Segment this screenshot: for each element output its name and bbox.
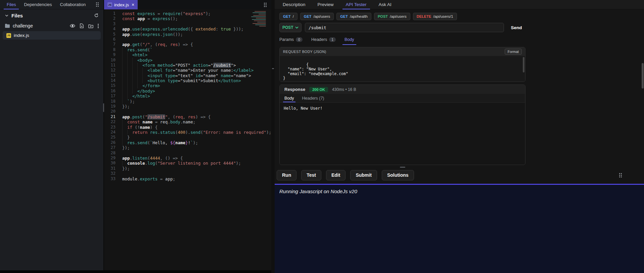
url-input[interactable]: /submit [305,23,504,32]
tab-api-tester[interactable]: API Tester [346,0,367,9]
sidebar-tab-files[interactable]: Files [7,0,16,9]
code-line[interactable]: 11<form method="POST" action="/submit"> [104,63,271,68]
code-line[interactable]: 33module.exports = app; [104,176,271,181]
code-area[interactable]: 1const express = require("express");2con… [104,9,271,270]
drag-handle-icon[interactable] [264,3,267,7]
code-line[interactable]: 30console.log("Server listening on port … [104,161,271,166]
code-line[interactable]: 15</form> [104,83,271,88]
request-tab-body[interactable]: Body [344,36,354,44]
sidebar-tab-dependencies[interactable]: Dependencies [24,0,52,9]
status-badge: 200 OK [309,87,328,92]
test-button[interactable]: Test [301,170,321,180]
code-line[interactable]: 5app.use(express.json()); [104,32,271,37]
format-button[interactable]: Format [505,49,522,55]
close-tab-icon[interactable]: × [132,2,134,7]
code-line[interactable]: 20 [104,109,271,114]
url-input-value: /submit [309,25,326,30]
code-line[interactable]: 3 [104,21,271,26]
code-line[interactable]: 7app.get("/", (req, res) => { [104,42,271,47]
code-line[interactable]: 4app.use(express.urlencoded({ extended: … [104,26,271,32]
file-row-indexjs[interactable]: JS index.js [3,31,101,40]
minimap[interactable] [250,11,266,26]
tab-description[interactable]: Description [283,0,306,9]
scrollbar-thumb[interactable] [642,63,644,89]
line-content: if (!name) { [116,125,157,130]
endpoint-chip-delete-api-users-1[interactable]: DELETE/api/users/1 [413,13,457,20]
endpoint-method: GET [304,14,312,18]
response-meta: 430ms • 16 B [332,87,356,92]
code-line[interactable]: 22const name = req.body.name; [104,119,271,124]
indent-guide [122,125,127,130]
request-tab-headers[interactable]: Headers1 [311,36,336,44]
endpoint-path: /api/users [390,14,407,18]
code-line[interactable]: 24return res.status(400).send("Error: na… [104,130,271,135]
send-button[interactable]: Send [507,23,525,32]
solutions-button[interactable]: Solutions [382,170,414,180]
endpoint-chip-post-api-users[interactable]: POST/api/users [374,13,410,20]
code-line[interactable]: 9<html> [104,52,271,57]
submit-button[interactable]: Submit [350,170,377,180]
editor-tab-indexjs[interactable]: JS index.js × [104,0,138,9]
code-line[interactable]: 14<button type="submit">Submit</button> [104,78,271,83]
edit-button[interactable]: Edit [326,170,346,180]
code-line[interactable]: 17</html> [104,94,271,99]
code-line[interactable]: 21app.post("/submit", (req, res) => { [104,114,271,119]
kebab-menu-icon[interactable] [98,24,99,28]
code-line[interactable]: 32 [104,171,271,176]
response-tab-body[interactable]: Body [284,94,294,102]
endpoint-chip-get-api-health[interactable]: GET/api/health [336,13,371,20]
new-folder-icon[interactable] [88,24,93,28]
indent-guide [122,161,127,166]
code-line[interactable]: 1const express = require("express"); [104,11,271,16]
code-line[interactable]: 26res.send(`Hello, ${name}!`); [104,140,271,145]
line-number: 9 [104,52,116,57]
response-panel: Response 200 OK 430ms • 16 B BodyHeaders… [279,85,525,165]
code-line[interactable]: 29app.listen(4444, () => { [104,156,271,161]
eye-icon[interactable] [70,24,75,28]
tab-ask-ai[interactable]: Ask AI [379,0,392,9]
sidebar-tab-collaboration[interactable]: Collaboration [60,0,86,9]
new-file-icon[interactable] [80,23,84,28]
endpoint-chip-get-[interactable]: GET/ [279,13,297,20]
code-line[interactable]: 16</body> [104,89,271,94]
code-line[interactable]: 13<input type="text" id="name" name="nam… [104,73,271,78]
code-line[interactable]: 2const app = express(); [104,16,271,21]
code-line[interactable]: 28 [104,151,271,156]
endpoint-chip-get-api-users[interactable]: GET/api/users [300,13,334,20]
code-line[interactable]: 31}); [104,166,271,171]
line-number: 31 [104,166,116,171]
code-line[interactable]: 10<body> [104,58,271,63]
code-line[interactable]: 23if (!name) { [104,125,271,130]
tab-preview[interactable]: Preview [318,0,334,9]
chevron-down-icon[interactable] [5,13,9,17]
method-select[interactable]: POST [279,23,302,32]
code-line[interactable]: 18`); [104,99,271,104]
scrollbar-thumb[interactable] [523,57,524,72]
indent-guide [122,119,127,124]
code-line[interactable]: 19}); [104,104,271,109]
right-panel-tabbar: DescriptionPreviewAPI TesterAsk AI [275,0,644,9]
code-line[interactable]: 12<label for="name">Enter your name:</la… [104,68,271,73]
request-tab-params[interactable]: Params0 [279,36,303,44]
panel-resize-handle[interactable] [272,68,274,69]
run-button[interactable]: Run [277,170,296,180]
code-line[interactable]: 8res.send(` [104,47,271,52]
code-line[interactable]: 27}); [104,145,271,150]
line-number: 14 [104,78,116,83]
splitter-drag-handle[interactable] [400,167,405,168]
drag-handle-icon[interactable] [96,2,99,7]
line-number: 26 [104,140,116,145]
request-body-panel: REQUEST BODY (JSON) Format { "name": "Ne… [279,47,525,82]
code-line[interactable]: 25} [104,135,271,140]
drag-handle-icon[interactable] [619,173,622,177]
response-tab-headers-7-[interactable]: Headers (7) [302,94,324,102]
line-content: <button type="submit">Submit</button> [116,78,241,83]
indent-guide [122,89,137,94]
line-number: 22 [104,119,116,124]
code-line[interactable]: 6 [104,37,271,42]
request-body-editor[interactable]: { "name": "New User", "email": "new@exam… [280,56,525,81]
folder-row-challenge[interactable]: challenge [0,21,103,30]
sidebar: FilesDependenciesCollaboration Files cha… [0,0,103,270]
refresh-icon[interactable] [94,13,99,18]
bottom-strip [0,270,271,273]
